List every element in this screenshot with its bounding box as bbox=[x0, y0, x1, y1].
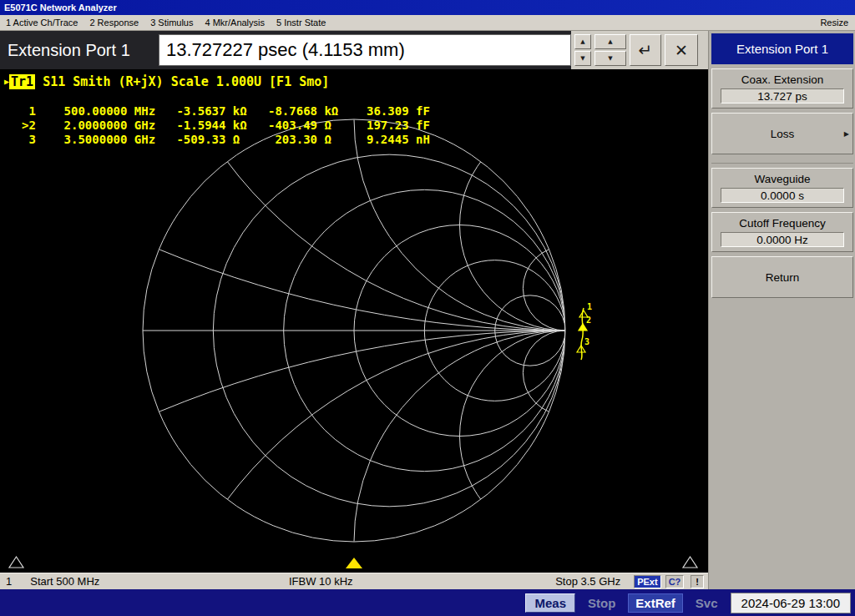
marker-row-1: 1 500.00000 MHz -3.5637 kΩ -8.7668 kΩ 36… bbox=[22, 104, 430, 119]
stop-frequency: Stop 3.5 GHz bbox=[555, 575, 620, 588]
trace-name[interactable]: Tr1 bbox=[9, 74, 35, 89]
cutoff-frequency-label: Cutoff Frequency bbox=[712, 213, 852, 230]
cutoff-frequency-value: 0.0000 Hz bbox=[721, 232, 844, 247]
svg-text:1: 1 bbox=[587, 302, 592, 311]
meas-status: Meas bbox=[525, 593, 575, 613]
loss-label: Loss bbox=[771, 128, 795, 140]
chart-markers[interactable]: 1 2 3 bbox=[577, 302, 592, 352]
marker-table: 1 500.00000 MHz -3.5637 kΩ -8.7668 kΩ 36… bbox=[22, 104, 430, 147]
softkey-loss[interactable]: Loss ▶ bbox=[711, 113, 853, 154]
menu-item-active-ch-trace[interactable]: 1 Active Ch/Trace bbox=[0, 18, 83, 28]
extref-status: ExtRef bbox=[628, 593, 683, 613]
coax-extension-value: 13.727 ps bbox=[721, 88, 844, 104]
coax-extension-label: Coax. Extension bbox=[712, 69, 852, 86]
entry-value-input[interactable] bbox=[159, 34, 571, 66]
trace-format-status: S11 Smith (R+jX) Scale 1.000U [F1 Smo] bbox=[35, 74, 329, 89]
spin-up-coarse-button[interactable]: ▲ bbox=[594, 34, 626, 49]
sweep-stop-status: Stop bbox=[588, 596, 615, 610]
menu-item-instr-state[interactable]: 5 Instr State bbox=[271, 18, 331, 28]
return-label: Return bbox=[766, 271, 800, 284]
coarse-spinner: ▲ ▼ bbox=[594, 34, 626, 66]
menu-bar: 1 Active Ch/Trace 2 Response 3 Stimulus … bbox=[0, 15, 855, 31]
softkey-return[interactable]: Return bbox=[711, 256, 853, 298]
correction-badge: C? bbox=[665, 575, 685, 588]
softkey-cutoff-frequency[interactable]: Cutoff Frequency 0.0000 Hz bbox=[711, 212, 853, 252]
fine-spinner: ▲ ▼ bbox=[574, 34, 591, 66]
app-window: E5071C Network Analyzer 1 Active Ch/Trac… bbox=[0, 0, 855, 616]
marker-row-2: >2 2.0000000 GHz -1.5944 kΩ -403.49 Ω 19… bbox=[22, 119, 430, 133]
entry-controls: ▲ ▼ ▲ ▼ ↵ ✕ bbox=[571, 31, 708, 69]
entry-parameter-label: Extension Port 1 bbox=[0, 41, 159, 60]
alert-badge: ! bbox=[691, 575, 704, 588]
menu-item-stimulus[interactable]: 3 Stimulus bbox=[144, 18, 199, 28]
softkey-divider bbox=[711, 159, 853, 164]
entry-toolbar: Extension Port 1 ▲ ▼ ▲ ▼ ↵ ✕ bbox=[0, 31, 708, 69]
port-extension-badge: PExt bbox=[634, 575, 660, 588]
softkey-waveguide[interactable]: Waveguide 0.0000 s bbox=[711, 168, 853, 208]
svc-status: Svc bbox=[696, 596, 718, 610]
svg-text:3: 3 bbox=[584, 337, 589, 346]
title-bar: E5071C Network Analyzer bbox=[0, 0, 855, 15]
start-frequency: Start 500 MHz bbox=[23, 575, 99, 588]
instrument-status-bar: Meas Stop ExtRef Svc 2024-06-29 13:00 bbox=[0, 589, 855, 616]
waveguide-label: Waveguide bbox=[712, 169, 852, 185]
menu-item-mkr-analysis[interactable]: 4 Mkr/Analysis bbox=[199, 18, 271, 28]
spin-down-coarse-button[interactable]: ▼ bbox=[594, 51, 626, 66]
softkey-menu-title: Extension Port 1 bbox=[711, 33, 853, 64]
channel-number: 1 bbox=[0, 575, 23, 588]
enter-button[interactable]: ↵ bbox=[630, 34, 661, 66]
marker-row-3: 3 3.5000000 GHz -509.33 Ω 203.30 Ω 9.244… bbox=[22, 133, 430, 147]
window-title: E5071C Network Analyzer bbox=[4, 3, 117, 13]
close-entry-button[interactable]: ✕ bbox=[665, 34, 698, 66]
menu-resize[interactable]: Resize bbox=[813, 18, 855, 28]
trace-status-line: ▶Tr1 S11 Smith (R+jX) Scale 1.000U [F1 S… bbox=[4, 74, 329, 89]
svg-text:2: 2 bbox=[586, 316, 591, 325]
spin-down-fine-button[interactable]: ▼ bbox=[574, 51, 591, 66]
left-edge-marker bbox=[9, 557, 23, 568]
softkey-menu: Extension Port 1 Coax. Extension 13.727 … bbox=[708, 31, 855, 589]
submenu-arrow-icon: ▶ bbox=[844, 130, 849, 138]
softkey-coax-extension[interactable]: Coax. Extension 13.727 ps bbox=[711, 68, 853, 109]
waveguide-value: 0.0000 s bbox=[721, 188, 844, 203]
datetime-display: 2024-06-29 13:00 bbox=[731, 593, 851, 613]
menu-item-response[interactable]: 2 Response bbox=[83, 18, 144, 28]
spin-up-fine-button[interactable]: ▲ bbox=[574, 34, 591, 49]
stimulus-marker[interactable] bbox=[346, 558, 362, 568]
display-area: 1 2 3 ▶Tr1 S11 Smith (R+jX) Scale 1.000U… bbox=[0, 69, 708, 573]
right-edge-marker bbox=[683, 557, 697, 568]
ifbw-value: IFBW 10 kHz bbox=[289, 575, 353, 588]
channel-status-bar: 1 Start 500 MHz IFBW 10 kHz Stop 3.5 GHz… bbox=[0, 573, 708, 589]
